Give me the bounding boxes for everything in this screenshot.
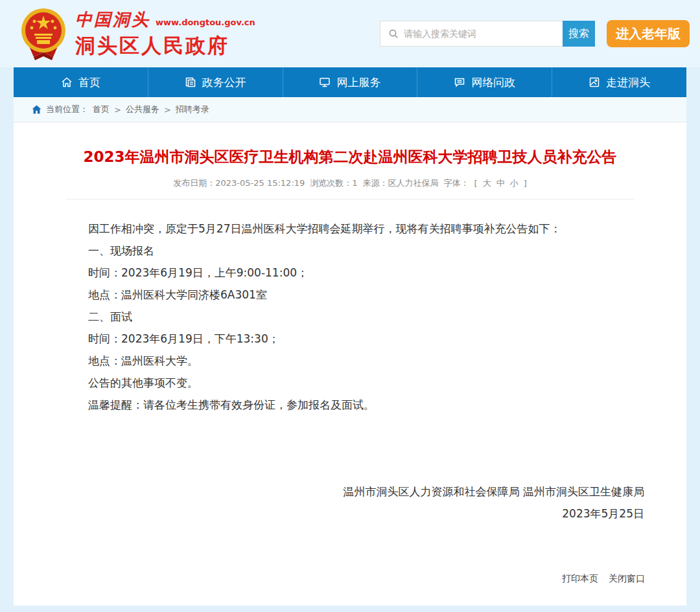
photo-icon bbox=[589, 76, 600, 88]
nav-item-about-dongtou[interactable]: 走进洞头 bbox=[552, 67, 686, 97]
elder-version-button[interactable]: 进入老年版 bbox=[607, 20, 690, 47]
meta-divider bbox=[65, 199, 635, 199]
nav-item-online-politics[interactable]: 网络问政 bbox=[417, 67, 552, 97]
site-name: 洞头区人民政府 bbox=[75, 32, 255, 60]
nav-item-home[interactable]: 首页 bbox=[14, 67, 148, 97]
site-header: 中国洞头 www.dongtou.gov.cn 洞头区人民政府 搜索 进入老年版 bbox=[0, 0, 700, 67]
publish-date: 发布日期：2023-05-25 15:12:19 bbox=[173, 177, 305, 189]
nav-item-label: 网上服务 bbox=[336, 75, 380, 90]
page-actions: 打印本页 关闭窗口 bbox=[562, 573, 645, 585]
article-paragraph: 二、面试 bbox=[88, 306, 648, 328]
nav-item-online-services[interactable]: 网上服务 bbox=[283, 67, 417, 97]
brand-script-name: 中国洞头 bbox=[75, 8, 150, 31]
breadcrumb-item-recruitment[interactable]: 招聘考录 bbox=[176, 104, 209, 115]
header-right: 搜索 进入老年版 bbox=[380, 20, 690, 47]
chat-icon bbox=[454, 76, 465, 88]
article-paragraph: 温馨提醒：请各位考生携带有效身份证，参加报名及面试。 bbox=[88, 394, 648, 416]
print-page-link[interactable]: 打印本页 bbox=[562, 573, 598, 585]
search-icon bbox=[388, 28, 399, 39]
article-title: 2023年温州市洞头区医疗卫生机构第二次赴温州医科大学招聘卫技人员补充公告 bbox=[52, 122, 648, 170]
main-nav: 首页 政务公开 网上服务 网络问政 走 bbox=[14, 67, 686, 97]
article-paragraph: 时间：2023年6月19日，上午9:00-11:00； bbox=[88, 262, 648, 284]
article-paragraph: 时间：2023年6月19日，下午13:30； bbox=[88, 328, 648, 350]
article-source: 来源：区人力社保局 bbox=[363, 177, 439, 189]
search-button[interactable]: 搜索 bbox=[563, 21, 595, 47]
breadcrumb-item-home[interactable]: 首页 bbox=[93, 104, 110, 115]
nav-item-label: 网络问政 bbox=[471, 75, 515, 90]
article-date: 2023年5月25日 bbox=[52, 503, 648, 525]
article-paragraph: 一、现场报名 bbox=[88, 240, 648, 262]
font-size-medium[interactable]: 中 bbox=[496, 177, 505, 189]
breadcrumb-separator: > bbox=[164, 105, 171, 115]
nav-item-label: 走进洞头 bbox=[606, 75, 650, 90]
brand-url: www.dongtou.gov.cn bbox=[156, 17, 255, 27]
breadcrumb: 当前位置： 首页 > 公共服务 > 招聘考录 bbox=[14, 97, 686, 122]
article-meta: 发布日期：2023-05-25 15:12:19 浏览次数：1 来源：区人力社保… bbox=[52, 177, 648, 189]
nav-item-label: 首页 bbox=[78, 75, 100, 90]
article-paragraph: 公告的其他事项不变。 bbox=[88, 372, 648, 394]
article-paragraph: 因工作相冲突，原定于5月27日温州医科大学招聘会延期举行，现将有关招聘事项补充公… bbox=[88, 218, 648, 240]
search-box: 搜索 bbox=[380, 21, 595, 47]
font-size-bracket: [ bbox=[474, 179, 478, 188]
article-container: 2023年温州市洞头区医疗卫生机构第二次赴温州医科大学招聘卫技人员补充公告 发布… bbox=[14, 122, 686, 606]
font-size-large[interactable]: 大 bbox=[483, 177, 491, 189]
font-size-bracket: ] bbox=[524, 179, 527, 188]
article-paragraph: 地点：温州医科大学。 bbox=[88, 350, 648, 372]
breadcrumb-home-icon bbox=[32, 105, 41, 114]
article-body: 因工作相冲突，原定于5月27日温州医科大学招聘会延期举行，现将有关招聘事项补充公… bbox=[52, 218, 648, 416]
article-signature: 温州市洞头区人力资源和社会保障局 温州市洞头区卫生健康局 bbox=[52, 481, 648, 503]
breadcrumb-prefix: 当前位置： bbox=[46, 104, 88, 115]
font-size-small[interactable]: 小 bbox=[510, 177, 519, 189]
search-input[interactable] bbox=[404, 28, 563, 39]
breadcrumb-item-public-services[interactable]: 公共服务 bbox=[126, 104, 159, 115]
font-size-label: 字体： bbox=[444, 177, 469, 189]
site-brand[interactable]: 中国洞头 www.dongtou.gov.cn 洞头区人民政府 bbox=[19, 6, 255, 61]
document-icon bbox=[185, 76, 196, 88]
home-icon bbox=[61, 76, 73, 88]
nav-item-label: 政务公开 bbox=[202, 75, 246, 90]
close-window-link[interactable]: 关闭窗口 bbox=[609, 573, 645, 585]
nav-item-gov-affairs[interactable]: 政务公开 bbox=[148, 67, 283, 97]
national-emblem-icon bbox=[19, 6, 67, 61]
article-paragraph: 地点：温州医科大学同济楼6A301室 bbox=[88, 284, 648, 306]
breadcrumb-separator: > bbox=[114, 105, 121, 115]
view-count: 浏览次数：1 bbox=[310, 177, 357, 189]
monitor-icon bbox=[319, 76, 331, 88]
brand-text: 中国洞头 www.dongtou.gov.cn 洞头区人民政府 bbox=[75, 8, 255, 60]
